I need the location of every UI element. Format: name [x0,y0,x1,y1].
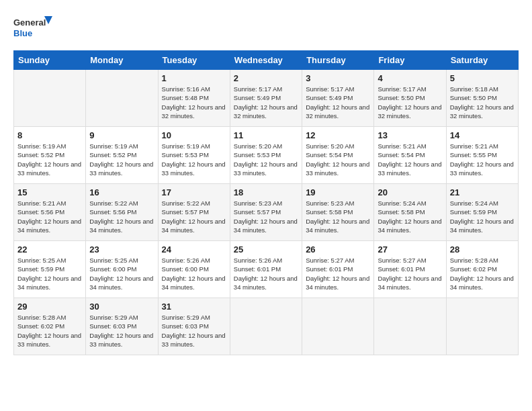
day-info: Sunrise: 5:18 AMSunset: 5:50 PMDaylight:… [450,85,515,120]
day-number: 10 [162,130,226,140]
calendar-cell [374,298,446,355]
day-number: 2 [234,73,298,83]
day-info: Sunrise: 5:24 AMSunset: 5:58 PMDaylight:… [378,199,442,234]
day-header-monday: Monday [86,51,158,70]
calendar-cell: 12Sunrise: 5:20 AMSunset: 5:54 PMDayligh… [302,127,374,184]
day-info: Sunrise: 5:28 AMSunset: 6:02 PMDaylight:… [450,256,515,291]
calendar-cell [14,70,86,127]
day-number: 27 [378,244,442,255]
day-info: Sunrise: 5:23 AMSunset: 5:58 PMDaylight:… [306,199,370,234]
day-header-thursday: Thursday [302,51,374,70]
logo: GeneralBlue [13,13,54,44]
calendar-cell: 24Sunrise: 5:26 AMSunset: 6:00 PMDayligh… [158,241,230,298]
day-info: Sunrise: 5:22 AMSunset: 5:56 PMDaylight:… [89,199,154,234]
day-info: Sunrise: 5:16 AMSunset: 5:48 PMDaylight:… [162,85,226,120]
calendar-cell: 29Sunrise: 5:28 AMSunset: 6:02 PMDayligh… [14,298,86,355]
day-header-friday: Friday [374,51,446,70]
day-number: 22 [17,244,82,255]
day-number: 5 [450,73,515,83]
day-number: 23 [89,244,154,255]
calendar-cell: 21Sunrise: 5:24 AMSunset: 5:59 PMDayligh… [446,184,518,241]
day-number: 19 [306,187,370,197]
calendar-cell: 22Sunrise: 5:25 AMSunset: 5:59 PMDayligh… [14,241,86,298]
calendar-header-row: SundayMondayTuesdayWednesdayThursdayFrid… [14,51,519,70]
day-info: Sunrise: 5:17 AMSunset: 5:49 PMDaylight:… [306,85,370,120]
day-info: Sunrise: 5:17 AMSunset: 5:50 PMDaylight:… [378,85,442,120]
day-info: Sunrise: 5:21 AMSunset: 5:56 PMDaylight:… [17,199,82,234]
day-info: Sunrise: 5:25 AMSunset: 5:59 PMDaylight:… [17,256,82,291]
calendar-cell: 18Sunrise: 5:23 AMSunset: 5:57 PMDayligh… [230,184,302,241]
day-number: 21 [450,187,515,197]
day-number: 14 [450,130,515,140]
calendar-cell: 1Sunrise: 5:16 AMSunset: 5:48 PMDaylight… [158,70,230,127]
calendar-cell: 27Sunrise: 5:27 AMSunset: 6:01 PMDayligh… [374,241,446,298]
day-number: 15 [17,187,82,197]
day-info: Sunrise: 5:24 AMSunset: 5:59 PMDaylight:… [450,199,515,234]
day-number: 11 [234,130,298,140]
day-number: 4 [378,73,442,83]
calendar-cell: 2Sunrise: 5:17 AMSunset: 5:49 PMDaylight… [230,70,302,127]
calendar-week-row: 22Sunrise: 5:25 AMSunset: 5:59 PMDayligh… [14,241,519,298]
calendar-cell: 25Sunrise: 5:26 AMSunset: 6:01 PMDayligh… [230,241,302,298]
day-header-saturday: Saturday [446,51,518,70]
day-info: Sunrise: 5:19 AMSunset: 5:52 PMDaylight:… [17,142,82,177]
svg-text:Blue: Blue [13,28,32,38]
day-number: 26 [306,244,370,255]
day-info: Sunrise: 5:21 AMSunset: 5:54 PMDaylight:… [378,142,442,177]
calendar-cell: 28Sunrise: 5:28 AMSunset: 6:02 PMDayligh… [446,241,518,298]
calendar-cell: 26Sunrise: 5:27 AMSunset: 6:01 PMDayligh… [302,241,374,298]
day-info: Sunrise: 5:28 AMSunset: 6:02 PMDaylight:… [17,313,82,349]
day-info: Sunrise: 5:25 AMSunset: 6:00 PMDaylight:… [89,256,154,291]
calendar-cell [86,70,158,127]
day-number: 9 [89,130,154,140]
calendar-week-row: 1Sunrise: 5:16 AMSunset: 5:48 PMDaylight… [14,70,519,127]
day-info: Sunrise: 5:23 AMSunset: 5:57 PMDaylight:… [234,199,298,234]
page-header: GeneralBlue [13,13,519,44]
day-info: Sunrise: 5:21 AMSunset: 5:55 PMDaylight:… [450,142,515,177]
day-number: 29 [17,302,82,312]
day-number: 20 [378,187,442,197]
calendar-cell: 3Sunrise: 5:17 AMSunset: 5:49 PMDaylight… [302,70,374,127]
day-info: Sunrise: 5:29 AMSunset: 6:03 PMDaylight:… [89,313,154,349]
svg-text:General: General [13,17,46,28]
day-number: 13 [378,130,442,140]
day-number: 18 [234,187,298,197]
day-number: 8 [17,130,82,140]
day-number: 28 [450,244,515,255]
day-number: 25 [234,244,298,255]
day-number: 24 [162,244,226,255]
calendar-cell [230,298,302,355]
calendar-cell: 14Sunrise: 5:21 AMSunset: 5:55 PMDayligh… [446,127,518,184]
day-number: 12 [306,130,370,140]
calendar-cell: 8Sunrise: 5:19 AMSunset: 5:52 PMDaylight… [14,127,86,184]
calendar-cell: 19Sunrise: 5:23 AMSunset: 5:58 PMDayligh… [302,184,374,241]
logo-svg: GeneralBlue [13,13,54,44]
calendar-cell: 9Sunrise: 5:19 AMSunset: 5:52 PMDaylight… [86,127,158,184]
day-number: 31 [162,302,226,312]
calendar-cell: 11Sunrise: 5:20 AMSunset: 5:53 PMDayligh… [230,127,302,184]
calendar-cell [302,298,374,355]
calendar-week-row: 8Sunrise: 5:19 AMSunset: 5:52 PMDaylight… [14,127,519,184]
calendar-cell: 23Sunrise: 5:25 AMSunset: 6:00 PMDayligh… [86,241,158,298]
day-info: Sunrise: 5:22 AMSunset: 5:57 PMDaylight:… [162,199,226,234]
day-number: 30 [89,302,154,312]
day-info: Sunrise: 5:19 AMSunset: 5:53 PMDaylight:… [162,142,226,177]
calendar-week-row: 15Sunrise: 5:21 AMSunset: 5:56 PMDayligh… [14,184,519,241]
calendar-cell: 15Sunrise: 5:21 AMSunset: 5:56 PMDayligh… [14,184,86,241]
calendar-cell: 16Sunrise: 5:22 AMSunset: 5:56 PMDayligh… [86,184,158,241]
calendar-cell: 17Sunrise: 5:22 AMSunset: 5:57 PMDayligh… [158,184,230,241]
calendar-cell: 5Sunrise: 5:18 AMSunset: 5:50 PMDaylight… [446,70,518,127]
calendar-table: SundayMondayTuesdayWednesdayThursdayFrid… [13,50,519,355]
day-header-sunday: Sunday [14,51,86,70]
day-number: 1 [162,73,226,83]
day-number: 17 [162,187,226,197]
day-info: Sunrise: 5:17 AMSunset: 5:49 PMDaylight:… [234,85,298,120]
day-info: Sunrise: 5:20 AMSunset: 5:54 PMDaylight:… [306,142,370,177]
calendar-cell: 13Sunrise: 5:21 AMSunset: 5:54 PMDayligh… [374,127,446,184]
day-info: Sunrise: 5:19 AMSunset: 5:52 PMDaylight:… [89,142,154,177]
day-info: Sunrise: 5:27 AMSunset: 6:01 PMDaylight:… [378,256,442,291]
day-header-tuesday: Tuesday [158,51,230,70]
day-number: 16 [89,187,154,197]
calendar-cell [446,298,518,355]
day-header-wednesday: Wednesday [230,51,302,70]
